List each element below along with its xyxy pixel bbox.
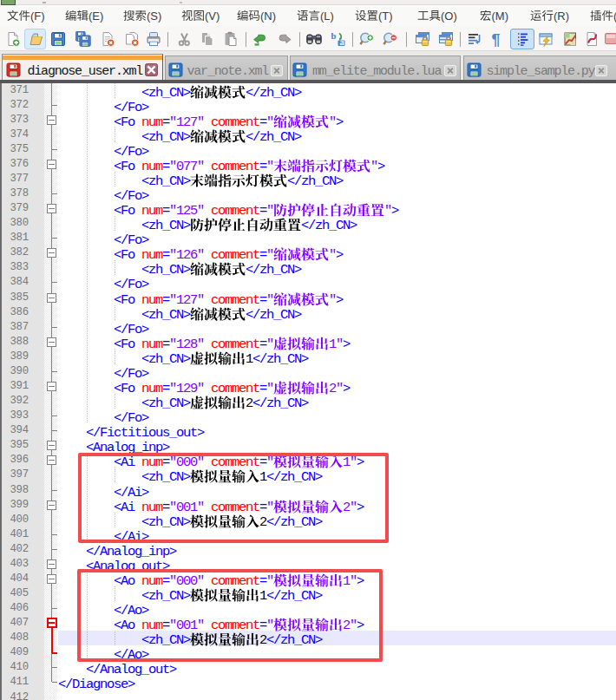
svg-text:b: b [331,31,337,41]
svg-text:a: a [340,37,345,47]
svg-text:¶: ¶ [492,31,501,47]
